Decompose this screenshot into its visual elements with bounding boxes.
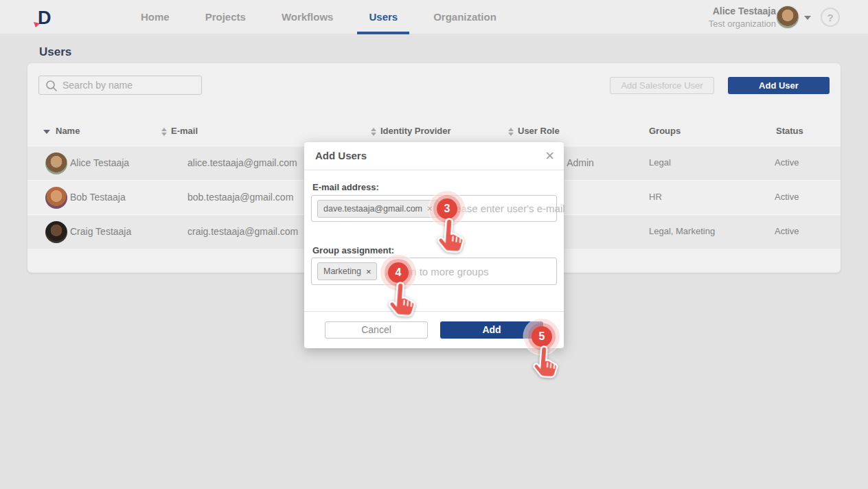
main-nav: Home Projects Workflows Users Organizati… [129, 0, 521, 34]
account-organization: Test organization [709, 18, 776, 30]
table-header: Name E-mail Identity Provider User Role … [27, 118, 841, 146]
account-menu-caret-icon[interactable] [804, 16, 811, 20]
step-3-badge: 3 [437, 198, 457, 219]
group-assignment-label: Group assignment: [312, 245, 394, 255]
cell-email: alice.testaaja@gmail.com [187, 157, 297, 168]
cell-name: Alice Testaaja [70, 157, 129, 168]
step-5-badge: 5 [532, 326, 552, 347]
top-navigation-bar: D Home Projects Workflows Users Organiza… [0, 0, 868, 34]
nav-item-workflows[interactable]: Workflows [270, 0, 345, 34]
close-icon[interactable]: × [545, 146, 554, 166]
modal-header: Add Users × [304, 142, 564, 170]
column-header-user-role[interactable]: User Role [508, 126, 560, 136]
email-placeholder-text: Please enter user's e-mail [446, 203, 565, 214]
add-salesforce-user-button[interactable]: Add Salesforce User [610, 77, 714, 94]
help-icon[interactable]: ? [821, 8, 840, 27]
remove-chip-icon[interactable]: × [366, 267, 372, 276]
column-header-identity-provider[interactable]: Identity Provider [371, 126, 451, 136]
account-avatar[interactable] [777, 6, 799, 28]
sort-both-icon [508, 128, 514, 136]
step-4-badge: 4 [388, 262, 409, 283]
sort-desc-icon [43, 130, 50, 134]
group-input[interactable]: Marketing × Assign to more groups [311, 258, 557, 285]
modal-title: Add Users [315, 150, 367, 161]
cell-groups: HR [649, 192, 662, 202]
cell-name: Bob Testaaja [70, 192, 126, 203]
search-icon [45, 80, 58, 92]
brand-logo-icon[interactable]: D [32, 5, 56, 29]
page-title: Users [39, 45, 71, 59]
user-avatar [45, 221, 67, 243]
column-header-status: Status [776, 126, 803, 136]
cell-status: Active [775, 157, 799, 168]
add-user-button[interactable]: Add User [728, 77, 830, 94]
cell-groups: Legal, Marketing [649, 226, 715, 236]
column-header-email[interactable]: E-mail [161, 126, 198, 136]
email-address-label: E-mail address: [312, 182, 379, 192]
email-chip: dave.testaaja@gmail.com × [317, 200, 439, 218]
user-avatar [45, 187, 67, 209]
hand-pointer-icon [430, 215, 471, 256]
hand-pointer-icon [526, 343, 564, 381]
cancel-button[interactable]: Cancel [325, 321, 428, 339]
search-box[interactable] [38, 76, 202, 95]
app-root: D Home Projects Workflows Users Organiza… [0, 0, 868, 489]
nav-item-projects[interactable]: Projects [194, 0, 258, 34]
sort-both-icon [371, 128, 376, 136]
search-input[interactable] [62, 76, 198, 94]
nav-item-home[interactable]: Home [129, 0, 181, 34]
cell-status: Active [775, 226, 799, 236]
nav-item-organization[interactable]: Organization [422, 0, 508, 34]
remove-chip-icon[interactable]: × [427, 204, 433, 213]
hand-pointer-icon [381, 279, 422, 320]
add-button[interactable]: Add [440, 321, 543, 339]
column-header-name[interactable]: Name [43, 126, 80, 136]
account-info[interactable]: Alice Testaaja Test organization [709, 5, 776, 30]
modal-footer: Cancel Add [304, 311, 564, 348]
nav-item-users[interactable]: Users [357, 0, 409, 34]
cell-email: craig.testaaja@gmail.com [187, 226, 298, 237]
sort-both-icon [161, 128, 167, 136]
cell-groups: Legal [649, 157, 671, 168]
cell-email: bob.testaaja@gmail.com [187, 192, 293, 203]
account-name: Alice Testaaja [709, 5, 776, 18]
cell-status: Active [775, 192, 799, 202]
group-chip: Marketing × [317, 262, 377, 280]
user-avatar [45, 152, 67, 174]
column-header-groups: Groups [649, 126, 681, 136]
svg-text:D: D [38, 8, 52, 28]
cell-name: Craig Testaaja [70, 226, 131, 237]
